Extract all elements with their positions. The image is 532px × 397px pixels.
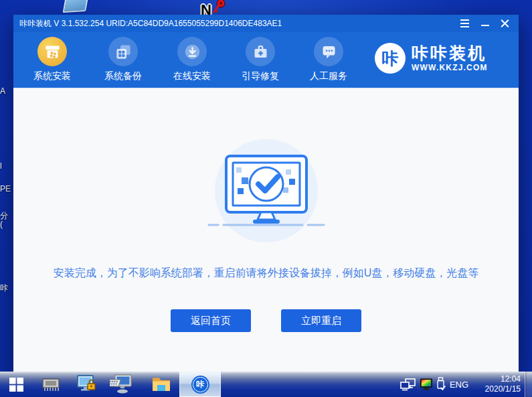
usb-icon[interactable] — [436, 377, 446, 394]
menu-icon[interactable] — [460, 19, 470, 29]
button-row: 返回首页 立即重启 — [13, 309, 519, 332]
desktop-partial-label: 分( — [0, 212, 9, 229]
main-content: 安装完成，为了不影响系统部署，重启前请将外接设备拔掉，例如U盘，移动硬盘，光盘等… — [13, 88, 519, 371]
brand-title: 咔咔装机 — [412, 44, 488, 62]
nav-label: 引导修复 — [236, 70, 284, 82]
nav-label: 系统备份 — [99, 70, 147, 82]
tray-date: 2020/1/15 — [470, 384, 521, 394]
brand-url: WWW.KKZJ.COM — [412, 63, 488, 72]
kaka-symbol: 咔 — [196, 379, 204, 390]
desktop-partial-label: 咔 — [0, 284, 9, 293]
completion-message: 安装完成，为了不影响系统部署，重启前请将外接设备拔掉，例如U盘，移动硬盘，光盘等 — [13, 266, 519, 281]
desktop: N A l PE 分( 咔 咔咔装机 V 3.1.532.254 URID:A5… — [0, 0, 532, 397]
nav-label: 人工服务 — [304, 70, 353, 82]
nav-item-system-install[interactable]: 系统安装 — [28, 37, 76, 82]
minimize-icon[interactable] — [480, 19, 490, 29]
taskbar-monitor-lock-app-icon[interactable] — [71, 372, 102, 397]
clock[interactable]: 12:04 2020/1/15 — [470, 374, 521, 394]
install-package-icon — [37, 37, 67, 66]
titlebar[interactable]: 咔咔装机 V 3.1.532.254 URID:A5C84DD9A1655055… — [13, 15, 519, 32]
nav-label: 在线安装 — [168, 70, 216, 82]
window-controls — [460, 15, 510, 32]
boot-repair-toolbox-icon — [246, 37, 275, 66]
nav-item-system-backup[interactable]: 系统备份 — [99, 37, 147, 82]
kaka-logo-icon: 咔 — [375, 43, 406, 74]
close-icon[interactable] — [500, 19, 510, 29]
start-button[interactable] — [0, 372, 32, 397]
nav-bar: 系统安装 系统备份 — [13, 32, 519, 88]
desktop-partial-label: A — [0, 87, 9, 96]
online-download-icon — [177, 37, 207, 66]
kaka-app-icon: 咔 — [191, 376, 209, 394]
display-color-icon[interactable] — [420, 378, 433, 393]
desktop-display-icon[interactable] — [63, 0, 89, 13]
windows-logo-icon — [9, 378, 23, 392]
nav-item-support[interactable]: 人工服务 — [304, 37, 353, 82]
backup-windows-icon — [108, 37, 138, 66]
window-title: 咔咔装机 V 3.1.532.254 URID:A5C84DD9A1655055… — [19, 18, 282, 29]
language-indicator[interactable]: ENG — [447, 372, 471, 397]
taskbar-chip-app-icon[interactable] — [37, 372, 65, 397]
return-home-button[interactable]: 返回首页 — [171, 309, 251, 332]
red-key-icon — [211, 0, 226, 15]
desktop-ntlite-key-icon[interactable]: N — [201, 0, 232, 16]
network-icon[interactable] — [400, 378, 416, 394]
restart-now-button[interactable]: 立即重启 — [281, 309, 361, 332]
nav-label: 系统安装 — [28, 70, 76, 82]
desktop-partial-label: PE — [0, 185, 13, 193]
taskbar-folder-app-icon[interactable] — [146, 372, 177, 397]
brand-logo: 咔 咔咔装机 WWW.KKZJ.COM — [375, 43, 488, 74]
taskbar-kaka-app-button[interactable]: 咔 — [179, 372, 221, 397]
desktop-partial-label: l — [0, 162, 9, 171]
tray-time: 12:04 — [470, 374, 521, 384]
support-chat-icon — [314, 37, 343, 66]
monitor-check-icon — [207, 153, 325, 236]
taskbar: 咔 — [0, 372, 532, 397]
show-desktop-button[interactable] — [525, 372, 532, 397]
kaka-installer-window: 咔咔装机 V 3.1.532.254 URID:A5C84DD9A1655055… — [13, 15, 519, 372]
taskbar-monitor-keyboard-app-icon[interactable] — [106, 372, 137, 397]
nav-item-online-install[interactable]: 在线安装 — [168, 37, 216, 82]
nav-item-boot-repair[interactable]: 引导修复 — [236, 37, 284, 82]
